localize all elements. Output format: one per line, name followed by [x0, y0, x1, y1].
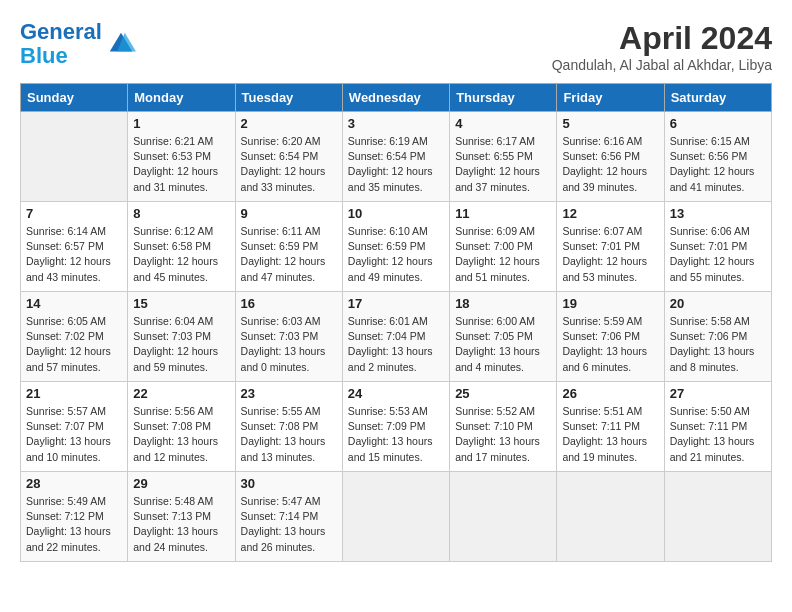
header-saturday: Saturday — [664, 84, 771, 112]
day-info: Sunrise: 6:10 AM Sunset: 6:59 PM Dayligh… — [348, 224, 444, 285]
week-row-1: 1Sunrise: 6:21 AM Sunset: 6:53 PM Daylig… — [21, 112, 772, 202]
page-header: GeneralBlue April 2024 Qandulah, Al Jaba… — [20, 20, 772, 73]
day-number: 16 — [241, 296, 337, 311]
week-row-5: 28Sunrise: 5:49 AM Sunset: 7:12 PM Dayli… — [21, 472, 772, 562]
day-info: Sunrise: 6:12 AM Sunset: 6:58 PM Dayligh… — [133, 224, 229, 285]
day-cell: 29Sunrise: 5:48 AM Sunset: 7:13 PM Dayli… — [128, 472, 235, 562]
day-number: 3 — [348, 116, 444, 131]
day-info: Sunrise: 6:17 AM Sunset: 6:55 PM Dayligh… — [455, 134, 551, 195]
day-info: Sunrise: 5:49 AM Sunset: 7:12 PM Dayligh… — [26, 494, 122, 555]
day-cell: 7Sunrise: 6:14 AM Sunset: 6:57 PM Daylig… — [21, 202, 128, 292]
day-cell: 1Sunrise: 6:21 AM Sunset: 6:53 PM Daylig… — [128, 112, 235, 202]
day-info: Sunrise: 5:51 AM Sunset: 7:11 PM Dayligh… — [562, 404, 658, 465]
day-info: Sunrise: 5:47 AM Sunset: 7:14 PM Dayligh… — [241, 494, 337, 555]
day-cell — [450, 472, 557, 562]
logo-icon — [106, 29, 136, 59]
day-number: 18 — [455, 296, 551, 311]
day-cell: 13Sunrise: 6:06 AM Sunset: 7:01 PM Dayli… — [664, 202, 771, 292]
day-cell — [21, 112, 128, 202]
week-row-4: 21Sunrise: 5:57 AM Sunset: 7:07 PM Dayli… — [21, 382, 772, 472]
day-info: Sunrise: 6:01 AM Sunset: 7:04 PM Dayligh… — [348, 314, 444, 375]
day-number: 28 — [26, 476, 122, 491]
day-info: Sunrise: 6:15 AM Sunset: 6:56 PM Dayligh… — [670, 134, 766, 195]
header-wednesday: Wednesday — [342, 84, 449, 112]
day-info: Sunrise: 5:55 AM Sunset: 7:08 PM Dayligh… — [241, 404, 337, 465]
day-cell: 21Sunrise: 5:57 AM Sunset: 7:07 PM Dayli… — [21, 382, 128, 472]
day-number: 5 — [562, 116, 658, 131]
day-cell: 2Sunrise: 6:20 AM Sunset: 6:54 PM Daylig… — [235, 112, 342, 202]
day-info: Sunrise: 6:19 AM Sunset: 6:54 PM Dayligh… — [348, 134, 444, 195]
day-number: 20 — [670, 296, 766, 311]
day-info: Sunrise: 6:00 AM Sunset: 7:05 PM Dayligh… — [455, 314, 551, 375]
day-number: 7 — [26, 206, 122, 221]
day-cell: 14Sunrise: 6:05 AM Sunset: 7:02 PM Dayli… — [21, 292, 128, 382]
day-info: Sunrise: 5:52 AM Sunset: 7:10 PM Dayligh… — [455, 404, 551, 465]
day-info: Sunrise: 6:09 AM Sunset: 7:00 PM Dayligh… — [455, 224, 551, 285]
day-number: 22 — [133, 386, 229, 401]
day-number: 27 — [670, 386, 766, 401]
week-row-2: 7Sunrise: 6:14 AM Sunset: 6:57 PM Daylig… — [21, 202, 772, 292]
day-info: Sunrise: 6:03 AM Sunset: 7:03 PM Dayligh… — [241, 314, 337, 375]
day-cell: 24Sunrise: 5:53 AM Sunset: 7:09 PM Dayli… — [342, 382, 449, 472]
day-number: 12 — [562, 206, 658, 221]
header-sunday: Sunday — [21, 84, 128, 112]
day-cell: 15Sunrise: 6:04 AM Sunset: 7:03 PM Dayli… — [128, 292, 235, 382]
day-info: Sunrise: 5:56 AM Sunset: 7:08 PM Dayligh… — [133, 404, 229, 465]
day-number: 13 — [670, 206, 766, 221]
logo: GeneralBlue — [20, 20, 136, 68]
day-cell — [557, 472, 664, 562]
week-row-3: 14Sunrise: 6:05 AM Sunset: 7:02 PM Dayli… — [21, 292, 772, 382]
calendar-header-row: SundayMondayTuesdayWednesdayThursdayFrid… — [21, 84, 772, 112]
day-number: 1 — [133, 116, 229, 131]
day-number: 9 — [241, 206, 337, 221]
day-number: 14 — [26, 296, 122, 311]
day-number: 15 — [133, 296, 229, 311]
day-cell: 23Sunrise: 5:55 AM Sunset: 7:08 PM Dayli… — [235, 382, 342, 472]
day-number: 11 — [455, 206, 551, 221]
day-info: Sunrise: 6:20 AM Sunset: 6:54 PM Dayligh… — [241, 134, 337, 195]
day-cell: 20Sunrise: 5:58 AM Sunset: 7:06 PM Dayli… — [664, 292, 771, 382]
day-cell: 17Sunrise: 6:01 AM Sunset: 7:04 PM Dayli… — [342, 292, 449, 382]
day-info: Sunrise: 6:14 AM Sunset: 6:57 PM Dayligh… — [26, 224, 122, 285]
day-number: 10 — [348, 206, 444, 221]
day-info: Sunrise: 5:59 AM Sunset: 7:06 PM Dayligh… — [562, 314, 658, 375]
day-cell: 5Sunrise: 6:16 AM Sunset: 6:56 PM Daylig… — [557, 112, 664, 202]
header-monday: Monday — [128, 84, 235, 112]
day-number: 21 — [26, 386, 122, 401]
day-cell: 6Sunrise: 6:15 AM Sunset: 6:56 PM Daylig… — [664, 112, 771, 202]
day-info: Sunrise: 6:05 AM Sunset: 7:02 PM Dayligh… — [26, 314, 122, 375]
day-info: Sunrise: 5:58 AM Sunset: 7:06 PM Dayligh… — [670, 314, 766, 375]
day-info: Sunrise: 5:48 AM Sunset: 7:13 PM Dayligh… — [133, 494, 229, 555]
day-info: Sunrise: 5:53 AM Sunset: 7:09 PM Dayligh… — [348, 404, 444, 465]
header-thursday: Thursday — [450, 84, 557, 112]
day-cell: 27Sunrise: 5:50 AM Sunset: 7:11 PM Dayli… — [664, 382, 771, 472]
day-info: Sunrise: 6:07 AM Sunset: 7:01 PM Dayligh… — [562, 224, 658, 285]
day-cell: 4Sunrise: 6:17 AM Sunset: 6:55 PM Daylig… — [450, 112, 557, 202]
month-title: April 2024 — [552, 20, 772, 57]
day-cell: 16Sunrise: 6:03 AM Sunset: 7:03 PM Dayli… — [235, 292, 342, 382]
day-cell: 26Sunrise: 5:51 AM Sunset: 7:11 PM Dayli… — [557, 382, 664, 472]
day-number: 26 — [562, 386, 658, 401]
day-cell — [664, 472, 771, 562]
day-info: Sunrise: 6:11 AM Sunset: 6:59 PM Dayligh… — [241, 224, 337, 285]
day-number: 19 — [562, 296, 658, 311]
day-cell: 25Sunrise: 5:52 AM Sunset: 7:10 PM Dayli… — [450, 382, 557, 472]
day-number: 29 — [133, 476, 229, 491]
day-info: Sunrise: 5:57 AM Sunset: 7:07 PM Dayligh… — [26, 404, 122, 465]
day-number: 6 — [670, 116, 766, 131]
day-number: 24 — [348, 386, 444, 401]
day-number: 4 — [455, 116, 551, 131]
day-info: Sunrise: 6:16 AM Sunset: 6:56 PM Dayligh… — [562, 134, 658, 195]
day-cell: 18Sunrise: 6:00 AM Sunset: 7:05 PM Dayli… — [450, 292, 557, 382]
day-cell: 3Sunrise: 6:19 AM Sunset: 6:54 PM Daylig… — [342, 112, 449, 202]
location: Qandulah, Al Jabal al Akhdar, Libya — [552, 57, 772, 73]
calendar-table: SundayMondayTuesdayWednesdayThursdayFrid… — [20, 83, 772, 562]
title-block: April 2024 Qandulah, Al Jabal al Akhdar,… — [552, 20, 772, 73]
day-number: 23 — [241, 386, 337, 401]
day-number: 17 — [348, 296, 444, 311]
day-cell — [342, 472, 449, 562]
day-cell: 28Sunrise: 5:49 AM Sunset: 7:12 PM Dayli… — [21, 472, 128, 562]
day-cell: 22Sunrise: 5:56 AM Sunset: 7:08 PM Dayli… — [128, 382, 235, 472]
day-cell: 19Sunrise: 5:59 AM Sunset: 7:06 PM Dayli… — [557, 292, 664, 382]
day-number: 2 — [241, 116, 337, 131]
